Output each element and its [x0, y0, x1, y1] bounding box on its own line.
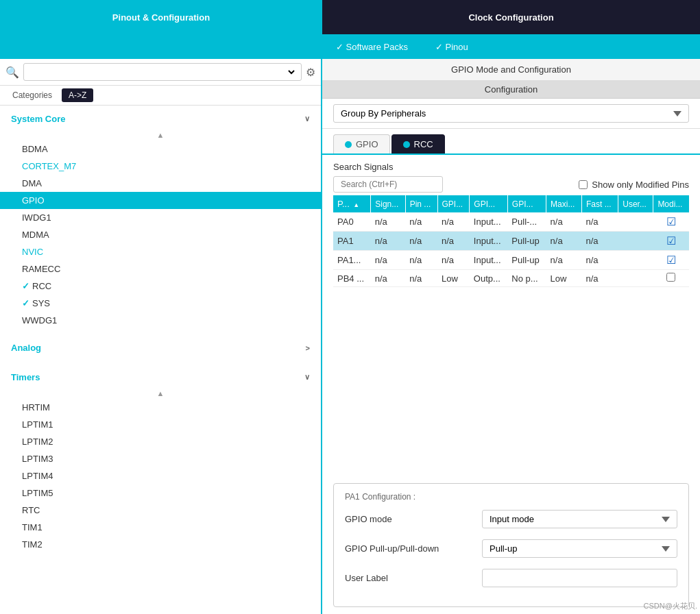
search-input-wrap[interactable]: [23, 63, 302, 81]
table-row[interactable]: PA1... n/a n/a n/a Input... Pull-up n/a …: [333, 251, 689, 270]
item-cortex-m7[interactable]: CORTEX_M7: [0, 158, 321, 175]
col-gpio3[interactable]: GPI...: [507, 195, 546, 212]
signals-controls: Show only Modified Pins: [333, 176, 689, 193]
software-packs-nav[interactable]: ✓ Software Packs: [336, 42, 408, 52]
col-user[interactable]: User...: [618, 195, 653, 212]
cell-max: n/a: [546, 251, 582, 270]
item-lptim2[interactable]: LPTIM2: [0, 433, 321, 450]
item-dma[interactable]: DMA: [0, 175, 321, 192]
item-gpio[interactable]: GPIO: [0, 192, 321, 209]
nav-bar-left: [0, 34, 322, 59]
timers-chevron: ∨: [304, 373, 310, 382]
cell-gpio3: Pull-...: [507, 212, 546, 232]
item-lptim4[interactable]: LPTIM4: [0, 467, 321, 484]
modified-checkbox[interactable]: [666, 273, 675, 282]
table-row[interactable]: PA1 n/a n/a n/a Input... Pull-up n/a n/a…: [333, 232, 689, 251]
col-pin-name[interactable]: Pin ...: [405, 195, 437, 212]
item-lptim3[interactable]: LPTIM3: [0, 450, 321, 467]
col-modified[interactable]: Modi...: [653, 195, 689, 212]
cell-signal: n/a: [371, 212, 405, 232]
cell-modified[interactable]: ☑: [653, 232, 689, 251]
user-label-row: User Label: [345, 569, 677, 587]
item-tim1[interactable]: TIM1: [0, 519, 321, 536]
item-tim2[interactable]: TIM2: [0, 536, 321, 553]
cell-gpio1: n/a: [437, 251, 470, 270]
search-icon: 🔍: [5, 66, 19, 79]
tab-gpio[interactable]: GPIO: [333, 134, 390, 154]
gpio-mode-label: GPIO mode: [345, 514, 482, 524]
cell-fast: n/a: [581, 212, 618, 232]
show-modified-checkbox[interactable]: [579, 180, 588, 189]
cell-max: Low: [546, 270, 582, 287]
group-by-select[interactable]: Group By Peripherals: [333, 104, 689, 123]
cell-user: [618, 212, 653, 232]
watermark: CSDN@火花贝.: [644, 601, 697, 611]
timers-up-arrow: ▲: [0, 388, 321, 399]
col-signal[interactable]: Sign...: [371, 195, 405, 212]
item-ramecc[interactable]: RAMECC: [0, 260, 321, 278]
signals-table: P... ▲ Sign... Pin ... GPI... GPI... GPI…: [333, 195, 689, 287]
category-analog[interactable]: Analog >: [0, 337, 321, 358]
col-pin[interactable]: P... ▲: [333, 195, 371, 212]
show-modified-label[interactable]: Show only Modified Pins: [579, 180, 689, 190]
gear-icon[interactable]: ⚙: [306, 66, 315, 79]
cell-signal: n/a: [371, 251, 405, 270]
rcc-status-dot: [403, 141, 410, 148]
clock-config-title: Clock Configuration: [322, 0, 700, 34]
cell-modified[interactable]: ☑: [653, 251, 689, 270]
item-iwdg1[interactable]: IWDG1: [0, 209, 321, 226]
tab-categories[interactable]: Categories: [5, 88, 59, 102]
user-label-input[interactable]: [482, 569, 677, 587]
item-rtc[interactable]: RTC: [0, 502, 321, 519]
cell-modified[interactable]: ☑: [653, 212, 689, 232]
search-signals-input[interactable]: [333, 176, 443, 193]
right-panel: GPIO Mode and Configuration Configuratio…: [322, 59, 700, 614]
cell-signal: n/a: [371, 270, 405, 287]
system-core-label: System Core: [11, 114, 65, 124]
cell-user: [618, 251, 653, 270]
item-hrtim[interactable]: HRTIM: [0, 399, 321, 416]
cell-gpio2: Outp...: [470, 270, 508, 287]
item-mdma[interactable]: MDMA: [0, 226, 321, 243]
col-fast[interactable]: Fast ...: [581, 195, 618, 212]
cell-user: [618, 270, 653, 287]
cell-modified[interactable]: [653, 270, 689, 287]
gpio-mode-select[interactable]: Input mode: [482, 510, 677, 528]
category-timers[interactable]: Timers ∨: [0, 367, 321, 388]
item-wwdg1[interactable]: WWDG1: [0, 312, 321, 329]
gpio-pull-label: GPIO Pull-up/Pull-down: [345, 543, 482, 554]
table-row[interactable]: PB4 ... n/a n/a Low Outp... No p... Low …: [333, 270, 689, 287]
item-nvic[interactable]: NVIC: [0, 243, 321, 260]
tab-az[interactable]: A->Z: [62, 88, 93, 102]
cell-max: n/a: [546, 232, 582, 251]
cell-pin: PA1: [333, 232, 371, 251]
gpio-pull-select[interactable]: Pull-up: [482, 539, 677, 558]
col-max[interactable]: Maxi...: [546, 195, 582, 212]
col-gpio2[interactable]: GPI...: [470, 195, 508, 212]
item-sys[interactable]: SYS: [0, 295, 321, 312]
signals-table-container: P... ▲ Sign... Pin ... GPI... GPI... GPI…: [333, 195, 689, 476]
tab-rcc[interactable]: RCC: [391, 134, 445, 154]
cell-pin-name: n/a: [405, 212, 437, 232]
search-dropdown[interactable]: [28, 66, 297, 78]
item-bdma[interactable]: BDMA: [0, 140, 321, 158]
analog-chevron: >: [306, 344, 310, 352]
cell-max: n/a: [546, 212, 582, 232]
item-lptim1[interactable]: LPTIM1: [0, 416, 321, 433]
cell-fast: n/a: [581, 251, 618, 270]
cell-fast: n/a: [581, 232, 618, 251]
category-system-core[interactable]: System Core ∨: [0, 108, 321, 130]
system-core-up-arrow: ▲: [0, 130, 321, 140]
group-by-bar: Group By Peripherals: [322, 99, 700, 129]
item-rcc[interactable]: RCC: [0, 278, 321, 295]
pinout-nav[interactable]: ✓ Pinou: [435, 42, 468, 52]
gpio-mode-title: GPIO Mode and Configuration: [322, 59, 700, 81]
cell-fast: n/a: [581, 270, 618, 287]
cell-gpio1: n/a: [437, 212, 470, 232]
cell-pin-name: n/a: [405, 232, 437, 251]
col-gpio1[interactable]: GPI...: [437, 195, 470, 212]
item-lptim5[interactable]: LPTIM5: [0, 484, 321, 502]
system-core-chevron: ∨: [304, 114, 310, 123]
cell-signal: n/a: [371, 232, 405, 251]
table-row[interactable]: PA0 n/a n/a n/a Input... Pull-... n/a n/…: [333, 212, 689, 232]
